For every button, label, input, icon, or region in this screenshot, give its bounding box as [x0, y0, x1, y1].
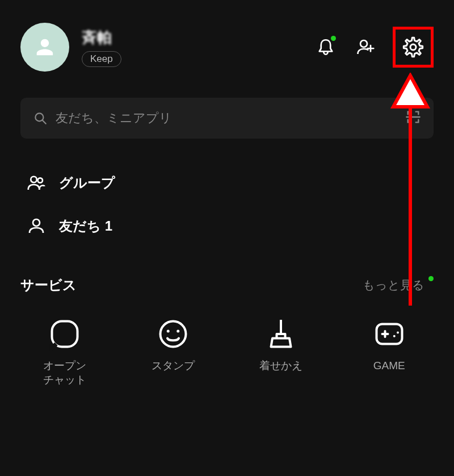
- notifications-button[interactable]: [313, 35, 338, 60]
- more-link-label: もっと見る: [363, 278, 424, 291]
- services-title: サービス: [20, 276, 77, 294]
- svg-point-8: [167, 330, 170, 333]
- svg-rect-10: [376, 324, 402, 344]
- service-item-theme[interactable]: 着せかえ: [236, 317, 326, 387]
- service-item-openchat[interactable]: オープン チャット: [19, 317, 110, 387]
- svg-point-11: [393, 335, 396, 337]
- service-item-stamp[interactable]: スタンプ: [128, 317, 218, 387]
- service-item-game[interactable]: GAME: [344, 317, 435, 387]
- scan-icon: [405, 109, 421, 125]
- add-friend-icon: [355, 37, 376, 57]
- svg-rect-6: [52, 321, 78, 347]
- game-icon: [372, 317, 406, 351]
- svg-point-7: [160, 321, 186, 347]
- svg-point-5: [33, 219, 40, 226]
- search-bar[interactable]: [20, 98, 434, 139]
- stamp-icon: [156, 317, 190, 351]
- service-label: スタンプ: [152, 359, 195, 373]
- search-icon: [33, 111, 48, 126]
- svg-point-4: [38, 178, 43, 182]
- user-name: 斉帕: [82, 28, 313, 48]
- list-item-label: グループ: [59, 174, 115, 192]
- friend-icon: [26, 216, 47, 236]
- group-icon: [26, 173, 47, 193]
- scan-button[interactable]: [405, 109, 421, 127]
- settings-highlight: [393, 27, 434, 68]
- openchat-icon: [48, 317, 82, 351]
- add-friend-button[interactable]: [353, 35, 378, 60]
- search-input[interactable]: [56, 111, 397, 126]
- list-item-group[interactable]: グループ: [26, 161, 434, 204]
- svg-point-1: [410, 44, 416, 50]
- svg-point-0: [360, 40, 367, 47]
- more-dot: [428, 276, 434, 281]
- service-label: 着せかえ: [259, 359, 302, 373]
- list-item-label: 友だち 1: [59, 217, 112, 235]
- gear-icon: [402, 36, 424, 59]
- user-info: 斉帕 Keep: [82, 28, 313, 67]
- keep-badge[interactable]: Keep: [82, 51, 121, 67]
- avatar[interactable]: [20, 23, 69, 72]
- svg-point-3: [31, 177, 37, 183]
- svg-point-9: [176, 330, 179, 333]
- service-label: オープン チャット: [43, 359, 86, 387]
- theme-icon: [264, 317, 298, 351]
- settings-button[interactable]: [402, 36, 424, 59]
- svg-point-12: [397, 332, 399, 334]
- service-label: GAME: [373, 359, 405, 373]
- person-icon: [33, 36, 56, 59]
- notification-dot: [331, 36, 336, 41]
- list-item-friends[interactable]: 友だち 1: [26, 204, 434, 248]
- more-link[interactable]: もっと見る: [363, 277, 434, 293]
